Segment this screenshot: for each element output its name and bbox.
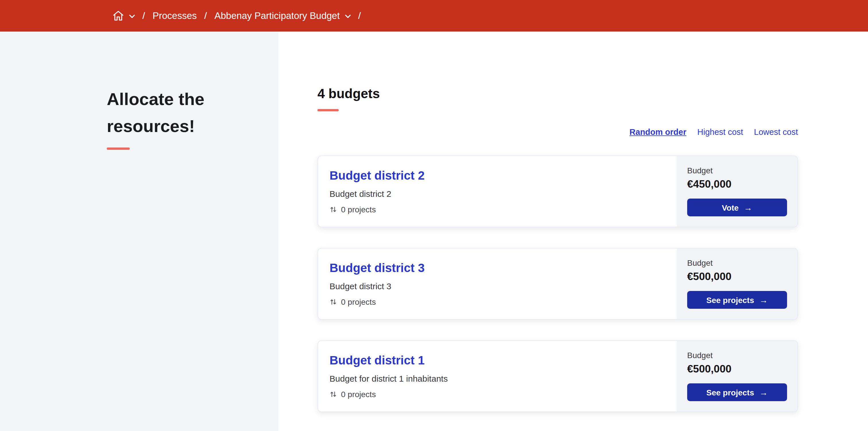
- budget-card-list: Budget district 2 Budget district 2 0 pr…: [317, 156, 798, 412]
- breadcrumb-home[interactable]: [113, 10, 135, 21]
- budget-amount: €500,000: [687, 363, 787, 375]
- budget-label: Budget: [687, 351, 787, 360]
- budget-card-aside: Budget €500,000 See projects →: [677, 248, 797, 319]
- budget-card: Budget district 1 Budget for district 1 …: [317, 340, 798, 412]
- sort-random-order[interactable]: Random order: [629, 127, 686, 136]
- sort-options: Random order Highest cost Lowest cost: [317, 127, 798, 136]
- projects-count-label: 0 projects: [341, 297, 376, 306]
- sort-lowest-cost[interactable]: Lowest cost: [754, 127, 798, 136]
- budget-card-projects: 0 projects: [330, 390, 665, 399]
- budget-card-title-link[interactable]: Budget district 1: [330, 353, 665, 367]
- see-projects-button[interactable]: See projects →: [687, 383, 787, 401]
- budgets-count-heading: 4 budgets: [317, 86, 798, 101]
- breadcrumb-separator: /: [205, 10, 207, 22]
- budget-card-description: Budget for district 1 inhabitants: [330, 374, 665, 383]
- arrow-right-icon: →: [759, 387, 768, 397]
- budget-card-title-link[interactable]: Budget district 3: [330, 261, 665, 275]
- projects-count-label: 0 projects: [341, 390, 376, 399]
- heading-accent-bar: [317, 109, 339, 111]
- budget-card-aside: Budget €450,000 Vote →: [677, 156, 797, 227]
- projects-count-label: 0 projects: [341, 205, 376, 214]
- sort-highest-cost[interactable]: Highest cost: [697, 127, 743, 136]
- breadcrumb: / Processes / Abbenay Participatory Budg…: [113, 10, 361, 22]
- cta-label: See projects: [706, 295, 754, 304]
- projects-icon: [330, 390, 337, 398]
- projects-icon: [330, 206, 337, 214]
- vote-button[interactable]: Vote →: [687, 198, 787, 216]
- budget-amount: €450,000: [687, 178, 787, 190]
- budget-card-projects: 0 projects: [330, 205, 665, 214]
- breadcrumb-item-processes[interactable]: Processes: [152, 10, 197, 21]
- budget-card: Budget district 3 Budget district 3 0 pr…: [317, 248, 798, 320]
- page-title: Allocate the resources!: [107, 86, 227, 140]
- arrow-right-icon: →: [759, 295, 768, 304]
- chevron-down-icon[interactable]: [129, 14, 135, 18]
- budget-card-body: Budget district 1 Budget for district 1 …: [318, 341, 677, 411]
- budget-label: Budget: [687, 166, 787, 175]
- budget-card: Budget district 2 Budget district 2 0 pr…: [317, 156, 798, 227]
- top-navigation-bar: / Processes / Abbenay Participatory Budg…: [0, 0, 868, 32]
- main-content: 4 budgets Random order Highest cost Lowe…: [278, 32, 868, 431]
- budget-amount: €500,000: [687, 270, 787, 283]
- budget-card-body: Budget district 2 Budget district 2 0 pr…: [318, 156, 677, 227]
- see-projects-button[interactable]: See projects →: [687, 291, 787, 309]
- budget-card-title-link[interactable]: Budget district 2: [330, 169, 665, 183]
- breadcrumb-item-process-label[interactable]: Abbenay Participatory Budget: [214, 10, 340, 21]
- home-icon: [113, 10, 124, 21]
- sidebar: Allocate the resources!: [0, 32, 278, 431]
- breadcrumb-item-process[interactable]: Abbenay Participatory Budget: [214, 10, 351, 21]
- breadcrumb-separator: /: [358, 10, 361, 22]
- cta-label: Vote: [722, 203, 739, 212]
- budget-card-body: Budget district 3 Budget district 3 0 pr…: [318, 248, 677, 319]
- breadcrumb-separator: /: [143, 10, 145, 22]
- budget-card-description: Budget district 2: [330, 189, 665, 198]
- cta-label: See projects: [706, 388, 754, 397]
- projects-icon: [330, 298, 337, 306]
- budget-card-projects: 0 projects: [330, 297, 665, 306]
- budget-card-aside: Budget €500,000 See projects →: [677, 341, 797, 411]
- page: / Processes / Abbenay Participatory Budg…: [0, 0, 868, 431]
- budget-label: Budget: [687, 258, 787, 268]
- chevron-down-icon[interactable]: [345, 14, 351, 18]
- content-area: Allocate the resources! 4 budgets Random…: [0, 32, 868, 431]
- title-accent-bar: [107, 148, 130, 150]
- budget-card-description: Budget district 3: [330, 281, 665, 291]
- arrow-right-icon: →: [744, 202, 752, 212]
